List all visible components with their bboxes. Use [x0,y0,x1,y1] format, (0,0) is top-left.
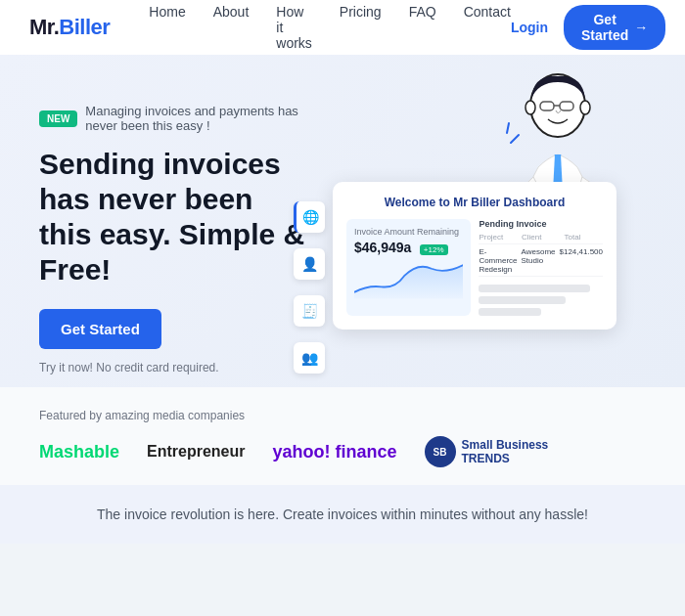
grey-bar-1 [479,285,590,292]
chart-amount-row: $46,949a +12% [354,239,463,256]
row-project: E-Commerce Redesign [479,247,517,274]
hero-cta-button[interactable]: Get Started [39,309,161,349]
chart-badge: +12% [420,244,448,255]
row-client: Awesome Studio [522,247,556,274]
pending-data-row: E-Commerce Redesign Awesome Studio $124,… [479,247,603,277]
footer-text: The invoice revolution is here. Create i… [39,506,646,522]
login-button[interactable]: Login [511,20,548,35]
new-badge: NEW [39,110,77,127]
nav-pricing[interactable]: Pricing [340,4,382,51]
grey-bar-3 [479,308,540,316]
hero-left: NEW Managing invoices and payments has n… [39,94,313,374]
get-started-nav-label: Get Started [581,12,628,43]
pending-section: Pending Invoice Project Client Total E-C… [479,219,603,316]
grey-bar-2 [479,296,566,304]
pending-title: Pending Invoice [479,219,603,229]
logo: Mr.Biller [29,15,110,40]
sbt-logo: SB Small Business TRENDS [425,436,549,467]
chart-section: Invoice Amount Remaining $46,949a +12% [346,219,471,316]
get-started-nav-button[interactable]: Get Started → [564,5,665,50]
svg-point-5 [580,101,590,114]
footer-banner: The invoice revolution is here. Create i… [0,485,685,544]
arrow-icon: → [634,20,648,35]
sbt-text: Small Business TRENDS [462,438,549,466]
nav-links: Home About How it works Pricing FAQ Cont… [149,4,511,51]
sidebar-icon-settings[interactable]: 👥 [294,342,325,374]
entrepreneur-logo: Entrepreneur [147,443,245,461]
dashboard-title: Welcome to Mr Biller Dashboard [346,196,603,209]
sidebar-icon-globe[interactable]: 🌐 [294,201,325,233]
nav-how-it-works[interactable]: How it works [276,4,312,51]
sidebar-icon-document[interactable]: 🧾 [294,295,325,327]
sbt-line2: TRENDS [462,452,549,465]
mini-chart [354,256,463,300]
hero-subtitle: Try it now! No credit card required. [39,361,313,374]
nav-about[interactable]: About [213,4,250,51]
hero-title: Sending invoices has never been this eas… [39,147,313,287]
media-title: Featured by amazing media companies [39,409,646,422]
sbt-line1: Small Business [462,438,549,452]
col-client: Client [522,233,561,242]
media-section: Featured by amazing media companies Mash… [0,387,685,485]
badge-line: NEW Managing invoices and payments has n… [39,104,313,133]
chart-amount: $46,949a [354,240,411,255]
row-total: $124,41.500 [560,247,604,274]
nav-faq[interactable]: FAQ [409,4,436,51]
svg-line-8 [511,135,519,143]
badge-text: Managing invoices and payments has never… [85,104,313,133]
grey-bars [479,285,603,316]
dashboard-card: Welcome to Mr Biller Dashboard Invoice A… [333,182,616,330]
svg-line-9 [507,123,509,133]
chart-label: Invoice Amount Remaining [354,227,463,237]
yahoo-logo: yahoo! finance [273,442,397,462]
pending-header-row: Project Client Total [479,233,603,244]
media-logos: Mashable Entrepreneur yahoo! finance SB … [39,436,646,467]
sidebar-icon-user[interactable]: 👤 [294,248,325,280]
nav-right: Login Get Started → [511,5,665,50]
col-total: Total [564,233,603,242]
sidebar-icons: 🌐 👤 🧾 👥 [294,201,325,374]
dashboard-inner: Invoice Amount Remaining $46,949a +12% [346,219,603,316]
nav-home[interactable]: Home [149,4,185,51]
logo-biller: Biller [59,15,110,39]
navbar: Mr.Biller Home About How it works Pricin… [0,0,685,55]
nav-contact[interactable]: Contact [464,4,511,51]
mashable-logo: Mashable [39,442,119,462]
svg-point-4 [525,101,535,114]
hero-section: NEW Managing invoices and payments has n… [0,55,685,387]
sbt-circle: SB [425,436,456,467]
col-project: Project [479,233,518,242]
